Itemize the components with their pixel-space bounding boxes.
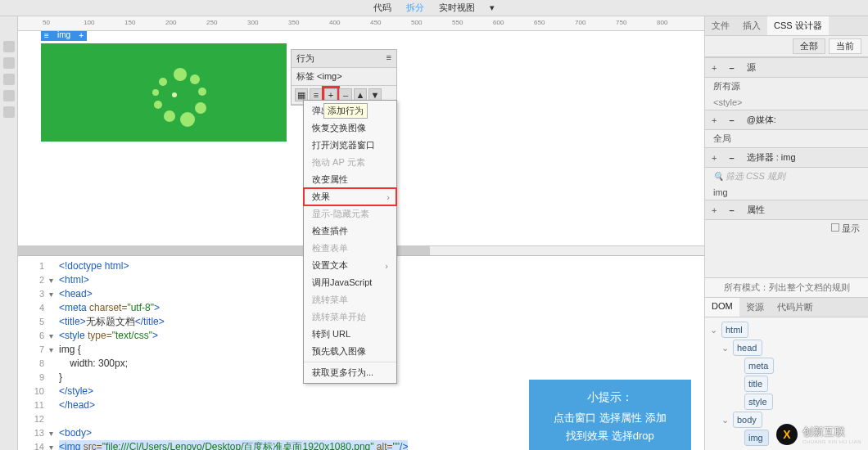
section-properties-label: 属性 (747, 204, 765, 216)
section-sources-label: 源 (747, 61, 756, 74)
behavior-panel[interactable]: 行为≡ 标签 <img> ▦ ≡ + – ▲ ▼ (291, 49, 397, 106)
selector-filter[interactable]: 筛选 CSS 规则 (726, 171, 785, 181)
section-sources[interactable]: – 源 (705, 57, 868, 78)
section-selectors[interactable]: – 选择器 : img (705, 147, 868, 168)
selector-img[interactable]: img (705, 185, 868, 200)
tool-icon[interactable] (3, 41, 15, 52)
menu-item: 显示-隐藏元素 (304, 205, 396, 223)
tip-box: 小提示： 点击窗口 选择属性 添加 找到效果 选择drop (529, 380, 691, 450)
image-element[interactable] (41, 43, 287, 142)
menu-item: 检查表单 (304, 240, 396, 257)
left-toolbar (0, 16, 18, 450)
menu-item[interactable]: 打开浏览器窗口 (304, 137, 396, 154)
dom-node-title[interactable]: title (744, 376, 768, 392)
tool-icon[interactable] (3, 90, 15, 101)
sources-style[interactable]: <style> (705, 95, 868, 110)
tip-line: 点击窗口 选择属性 添加 (534, 409, 686, 427)
subtab-current[interactable]: 当前 (829, 38, 861, 54)
menu-icon[interactable]: ≡ (41, 31, 52, 41)
menu-item[interactable]: 调用JavaScript (304, 274, 396, 291)
panel-tab-css-designer[interactable]: CSS 设计器 (767, 16, 829, 35)
section-media-label: @媒体: (747, 114, 776, 126)
tool-icon[interactable] (3, 106, 15, 118)
menu-item[interactable]: 恢复交换图像 (304, 119, 396, 137)
section-properties[interactable]: – 属性 (705, 200, 868, 220)
menu-item[interactable]: 预先载入图像 (304, 343, 396, 360)
snippets-tab[interactable]: 代码片断 (771, 298, 820, 317)
right-panel: 文件 插入 CSS 设计器 全部 当前 – 源 所有源 <style> – @媒… (704, 16, 868, 450)
plus-icon[interactable]: + (75, 31, 87, 41)
dom-node-html[interactable]: html (721, 322, 748, 338)
resources-tab[interactable]: 资源 (739, 298, 771, 317)
logo-brand: 创新互联 (802, 425, 861, 439)
sources-all[interactable]: 所有源 (705, 78, 868, 95)
menu-item[interactable]: 设置文本› (304, 257, 396, 274)
dom-node-img[interactable]: img (744, 430, 769, 446)
logo-icon: X (776, 424, 798, 445)
menu-item: 跳转菜单开始 (304, 308, 396, 326)
tip-line: 找到效果 选择drop (534, 427, 686, 445)
show-checkbox-label[interactable]: 显示 (842, 223, 860, 233)
logo: X 创新互联 CHUANG XIN HU LIAN (776, 424, 861, 445)
behavior-menu[interactable]: 弹出信息恢复交换图像打开浏览器窗口拖动 AP 元素改变属性效果显示-隐藏元素检查… (303, 100, 397, 384)
logo-sub: CHUANG XIN HU LIAN (802, 439, 861, 444)
dom-node-style[interactable]: style (744, 394, 773, 410)
dom-node-head[interactable]: head (733, 340, 762, 356)
menu-item[interactable]: 检查插件 (304, 223, 396, 240)
status-note: 所有模式：列出整个文档的规则 (705, 277, 868, 298)
menu-item[interactable]: 获取更多行为... (304, 364, 396, 381)
panel-tab-file[interactable]: 文件 (705, 16, 736, 35)
tooltip: 添加行为 (323, 103, 368, 119)
section-media[interactable]: – @媒体: (705, 110, 868, 130)
behavior-menu-icon[interactable]: ≡ (387, 52, 391, 65)
ruler-horizontal: 5010015020025030035040045050055060065070… (18, 16, 704, 31)
tag-label: img (52, 31, 75, 41)
menu-item[interactable]: 转到 URL (304, 326, 396, 343)
subtab-all[interactable]: 全部 (793, 38, 825, 54)
behavior-title: 行为 (296, 52, 314, 65)
tip-title: 小提示： (534, 388, 686, 406)
dom-node-meta[interactable]: meta (744, 358, 774, 374)
tab-split[interactable]: 拆分 (406, 2, 424, 14)
tool-icon[interactable] (3, 57, 15, 69)
media-global[interactable]: 全局 (705, 130, 868, 147)
menu-item: 拖动 AP 元素 (304, 154, 396, 171)
dom-tab[interactable]: DOM (705, 298, 739, 317)
tab-live-dropdown[interactable]: ▾ (490, 2, 495, 13)
tab-live[interactable]: 实时视图 (439, 2, 475, 14)
menu-item[interactable]: 改变属性 (304, 171, 396, 188)
section-selectors-label: 选择器 : img (747, 151, 796, 164)
element-tag-pill[interactable]: ≡ img + (41, 31, 87, 41)
tool-icon[interactable] (3, 74, 15, 85)
behavior-tag-label: 标签 <img> (292, 68, 396, 86)
panel-tab-insert[interactable]: 插入 (736, 16, 767, 35)
tab-code[interactable]: 代码 (373, 2, 391, 14)
menu-item[interactable]: 效果 (304, 188, 396, 205)
image-content (147, 68, 213, 133)
dom-node-body[interactable]: body (733, 412, 762, 428)
menu-item: 跳转菜单 (304, 291, 396, 308)
